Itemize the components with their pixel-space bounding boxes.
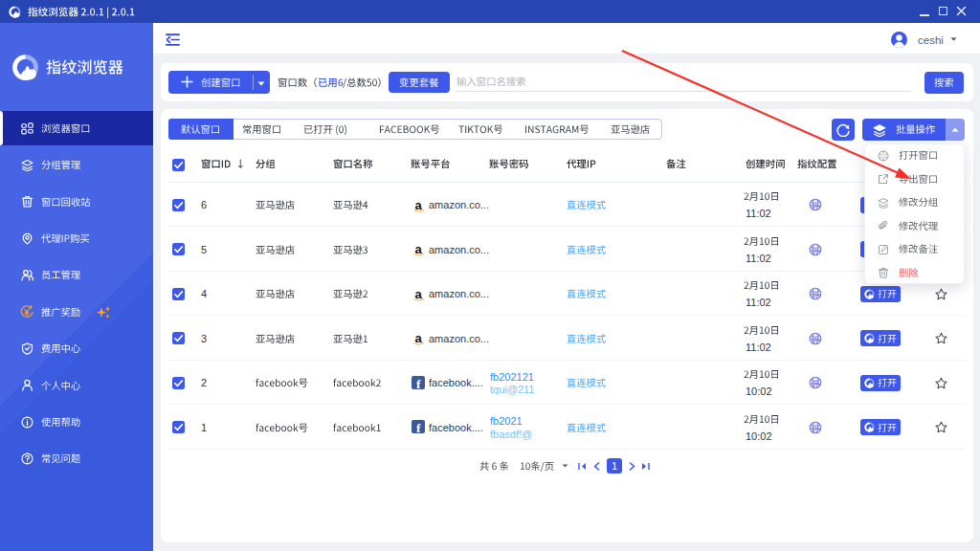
svg-text:f: f bbox=[416, 421, 421, 433]
svg-text:f: f bbox=[416, 377, 421, 389]
